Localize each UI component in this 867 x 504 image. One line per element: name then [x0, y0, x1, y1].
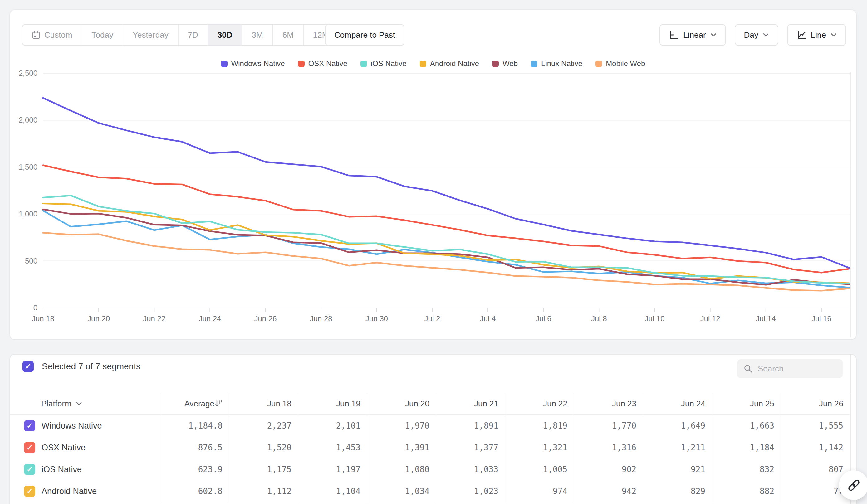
range-button-custom[interactable]: Custom	[22, 25, 82, 45]
platform-cell: ✓ OSX Native	[10, 437, 160, 459]
column-header-jun-26[interactable]: Jun 26	[781, 393, 850, 414]
value-cell: 876.5	[160, 437, 229, 459]
column-header-label: Average	[184, 399, 214, 408]
value-cell: 1,104	[298, 480, 367, 502]
scale-dropdown[interactable]: Linear	[660, 24, 726, 46]
select-all-checkbox[interactable]: ✓	[22, 361, 34, 372]
legend-item-ios-native[interactable]: iOS Native	[361, 59, 407, 68]
range-button-7d[interactable]: 7D	[178, 25, 207, 45]
selected-summary-label: Selected 7 of 7 segments	[42, 361, 140, 371]
cell-value: 1,142	[819, 443, 843, 452]
legend-item-osx-native[interactable]: OSX Native	[298, 59, 347, 68]
value-cell: 1,891	[436, 415, 505, 437]
range-button-6m[interactable]: 6M	[272, 25, 303, 45]
x-axis-tick-label: Jun 22	[143, 314, 165, 323]
selected-summary-row: ✓ Selected 7 of 7 segments	[22, 361, 140, 372]
column-header-jun-23[interactable]: Jun 23	[574, 393, 643, 414]
value-cell: 2,101	[298, 415, 367, 437]
compare-to-past-label: Compare to Past	[334, 30, 395, 40]
table-header-row: Platform Average Jun 18Jun 19Jun 20Jun 2…	[10, 393, 850, 415]
column-header-jun-20[interactable]: Jun 20	[367, 393, 436, 414]
chevron-down-icon	[76, 402, 82, 405]
range-button-today[interactable]: Today	[82, 25, 123, 45]
chart-card: CustomTodayYesterday7D30D3M6M12M Compare…	[9, 9, 857, 340]
sort-icon	[214, 399, 223, 408]
value-cell: 942	[574, 480, 643, 502]
date-range-segmented-control: CustomTodayYesterday7D30D3M6M12M	[22, 24, 339, 46]
cell-value: 623.9	[198, 465, 223, 474]
chevron-down-icon	[710, 33, 717, 37]
column-header-average[interactable]: Average	[160, 393, 229, 414]
legend-item-android-native[interactable]: Android Native	[420, 59, 479, 68]
x-axis-tick-label: Jun 30	[365, 314, 388, 323]
column-header-label: Jun 26	[819, 399, 843, 408]
cell-value: 1,891	[474, 421, 499, 430]
column-header-jun-22[interactable]: Jun 22	[505, 393, 574, 414]
cell-value: 1,391	[405, 443, 429, 452]
cell-value: 1,649	[681, 421, 705, 430]
series-line-web	[43, 209, 849, 285]
cell-value: 1,112	[267, 486, 291, 496]
platform-cell: ✓ Android Native	[10, 480, 160, 502]
column-header-jun-21[interactable]: Jun 21	[436, 393, 505, 414]
column-header-jun-24[interactable]: Jun 24	[643, 393, 712, 414]
value-cell: 1,649	[643, 415, 712, 437]
series-line-linux-native	[43, 210, 849, 287]
column-header-platform[interactable]: Platform	[10, 393, 160, 414]
y-axis-tick-label: 2,000	[19, 116, 38, 124]
value-cell: 1,112	[229, 480, 298, 502]
row-checkbox-android-native[interactable]: ✓	[24, 485, 35, 497]
legend-label: iOS Native	[371, 59, 407, 68]
checkbox-check-icon: ✓	[26, 465, 33, 474]
search-box[interactable]	[737, 359, 843, 378]
checkbox-check-icon: ✓	[26, 443, 33, 452]
granularity-dropdown[interactable]: Day	[735, 24, 778, 46]
cell-value: 1,080	[405, 465, 429, 474]
x-axis-tick-label: Jul 10	[644, 314, 664, 323]
legend-item-linux-native[interactable]: Linux Native	[531, 59, 582, 68]
legend-item-web[interactable]: Web	[492, 59, 518, 68]
range-button-yesterday[interactable]: Yesterday	[123, 25, 178, 45]
cell-value: 921	[691, 465, 705, 474]
chart-type-dropdown[interactable]: Line	[787, 24, 846, 46]
range-button-label: 3M	[252, 30, 263, 40]
chart-display-controls: Linear Day Line	[660, 24, 846, 46]
row-checkbox-windows-native[interactable]: ✓	[24, 420, 35, 431]
range-button-label: Today	[92, 30, 113, 40]
legend-label: Windows Native	[231, 59, 285, 68]
y-axis-tick-label: 1,500	[19, 163, 38, 171]
value-cell: 832	[712, 459, 781, 480]
legend-swatch-icon	[221, 61, 227, 67]
chart-type-dropdown-label: Line	[811, 30, 826, 40]
cell-value: 1,184.8	[188, 421, 223, 430]
cell-value: 1,321	[543, 443, 567, 452]
checkbox-check-icon: ✓	[25, 362, 31, 371]
legend-item-windows-native[interactable]: Windows Native	[221, 59, 285, 68]
compare-to-past-button[interactable]: Compare to Past	[325, 24, 405, 46]
x-axis-tick-label: Jul 6	[536, 314, 552, 323]
value-cell: 1,377	[436, 437, 505, 459]
chart-right-boundary	[850, 72, 851, 338]
legend-item-mobile-web[interactable]: Mobile Web	[596, 59, 645, 68]
column-header-jun-25[interactable]: Jun 25	[712, 393, 781, 414]
x-axis-tick-label: Jul 8	[591, 314, 607, 323]
share-link-button[interactable]	[839, 470, 867, 500]
row-checkbox-osx-native[interactable]: ✓	[24, 442, 35, 453]
cell-value: 1,023	[474, 486, 499, 496]
column-header-label: Jun 18	[267, 399, 291, 408]
cell-value: 876.5	[198, 443, 223, 452]
range-button-30d[interactable]: 30D	[207, 25, 242, 45]
cell-value: 1,819	[543, 421, 567, 430]
range-button-label: 30D	[217, 30, 233, 40]
row-checkbox-ios-native[interactable]: ✓	[24, 464, 35, 475]
x-axis-tick-label: Jul 2	[425, 314, 440, 323]
range-button-3m[interactable]: 3M	[242, 25, 272, 45]
search-input[interactable]	[758, 364, 829, 374]
x-axis-tick-label: Jun 26	[254, 314, 277, 323]
column-header-label: Jun 20	[405, 399, 429, 408]
value-cell: 1,005	[505, 459, 574, 480]
column-header-jun-19[interactable]: Jun 19	[298, 393, 367, 414]
column-header-label: Jun 24	[681, 399, 705, 408]
value-cell: 1,142	[781, 437, 850, 459]
column-header-jun-18[interactable]: Jun 18	[229, 393, 298, 414]
